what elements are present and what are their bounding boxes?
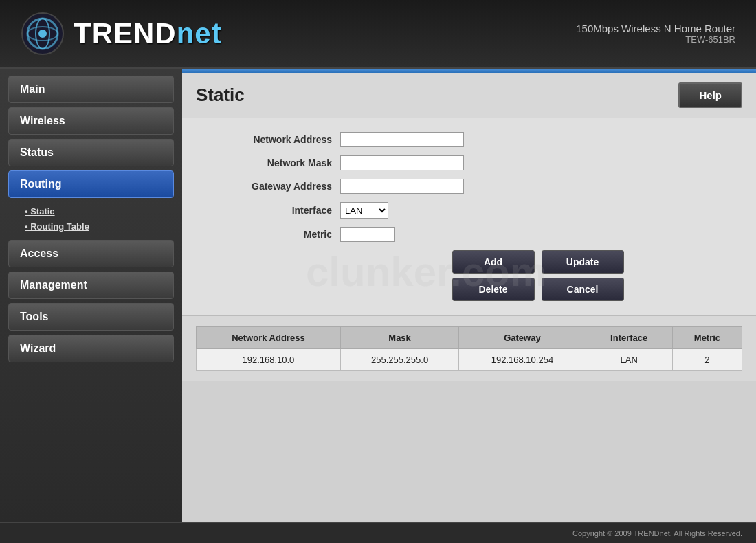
gateway-address-row: Gateway Address [203, 179, 735, 194]
footer: Copyright © 2009 TRENDnet. All Rights Re… [0, 522, 756, 543]
col-interface: Interface [586, 327, 672, 349]
sidebar-item-tools[interactable]: Tools [8, 303, 174, 331]
trendnet-logo-icon [21, 12, 65, 56]
col-gateway: Gateway [459, 327, 586, 349]
btn-row-2: Delete Cancel [452, 278, 624, 301]
content-inner: Static Help Network Address Network Mask… [182, 73, 756, 522]
gateway-address-input[interactable] [340, 179, 464, 194]
metric-label: Metric [203, 229, 340, 240]
subnav-static[interactable]: • Static [22, 205, 174, 218]
table-body: 192.168.10.0 255.255.255.0 192.168.10.25… [197, 349, 742, 371]
col-mask: Mask [340, 327, 459, 349]
sidebar: Main Wireless Status Routing • Static • … [0, 69, 182, 522]
main-layout: Main Wireless Status Routing • Static • … [0, 69, 756, 522]
table-row[interactable]: 192.168.10.0 255.255.255.0 192.168.10.25… [197, 349, 742, 371]
cell-network-address: 192.168.10.0 [197, 349, 341, 371]
page-title: Static [196, 85, 245, 106]
device-model: TEW-651BR [576, 34, 735, 45]
logo-area: TRENDnet [21, 12, 222, 56]
action-buttons: Add Update Delete Cancel [203, 250, 735, 301]
svg-point-4 [38, 30, 47, 38]
sidebar-item-status[interactable]: Status [8, 139, 174, 166]
cancel-button[interactable]: Cancel [542, 278, 624, 301]
routing-subnav: • Static • Routing Table [8, 202, 174, 236]
device-name: 150Mbps Wireless N Home Router [576, 23, 735, 34]
network-address-label: Network Address [203, 134, 340, 145]
header: TRENDnet 150Mbps Wireless N Home Router … [0, 0, 756, 69]
gateway-address-label: Gateway Address [203, 181, 340, 192]
network-address-row: Network Address [203, 132, 735, 147]
cell-mask: 255.255.255.0 [340, 349, 459, 371]
interface-label: Interface [203, 205, 340, 216]
footer-copyright: Copyright © 2009 TRENDnet. All Rights Re… [572, 529, 742, 538]
table-section: Network Address Mask Gateway Interface M… [182, 316, 756, 381]
device-info: 150Mbps Wireless N Home Router TEW-651BR [576, 23, 735, 45]
sidebar-item-main[interactable]: Main [8, 76, 174, 103]
table-header-row: Network Address Mask Gateway Interface M… [197, 327, 742, 349]
metric-input[interactable] [340, 227, 395, 242]
sidebar-item-management[interactable]: Management [8, 272, 174, 299]
logo-trend: TREND [74, 17, 177, 49]
content-area: Static Help Network Address Network Mask… [182, 69, 756, 522]
col-metric: Metric [672, 327, 742, 349]
btn-row-1: Add Update [452, 250, 624, 274]
sidebar-item-routing[interactable]: Routing [8, 170, 174, 198]
network-mask-input[interactable] [340, 155, 464, 170]
add-button[interactable]: Add [452, 250, 535, 274]
cell-interface: LAN [586, 349, 672, 371]
metric-row: Metric [203, 227, 735, 242]
interface-row: Interface LAN WAN [203, 202, 735, 219]
delete-button[interactable]: Delete [452, 278, 535, 301]
routing-table: Network Address Mask Gateway Interface M… [196, 326, 742, 371]
col-network-address: Network Address [197, 327, 341, 349]
sidebar-item-access[interactable]: Access [8, 240, 174, 267]
network-address-input[interactable] [340, 132, 464, 147]
help-button[interactable]: Help [678, 82, 742, 108]
network-mask-label: Network Mask [203, 157, 340, 168]
logo-net: net [177, 17, 222, 49]
update-button[interactable]: Update [542, 250, 624, 274]
table-header: Network Address Mask Gateway Interface M… [197, 327, 742, 349]
page-title-bar: Static Help [182, 73, 756, 118]
sidebar-item-wireless[interactable]: Wireless [8, 107, 174, 135]
network-mask-row: Network Mask [203, 155, 735, 170]
subnav-routing-table[interactable]: • Routing Table [22, 220, 174, 233]
form-section: Network Address Network Mask Gateway Add… [182, 118, 756, 316]
cell-metric: 2 [672, 349, 742, 371]
logo-text: TRENDnet [74, 17, 222, 50]
sidebar-item-wizard[interactable]: Wizard [8, 335, 174, 362]
interface-select[interactable]: LAN WAN [340, 202, 388, 219]
cell-gateway: 192.168.10.254 [459, 349, 586, 371]
